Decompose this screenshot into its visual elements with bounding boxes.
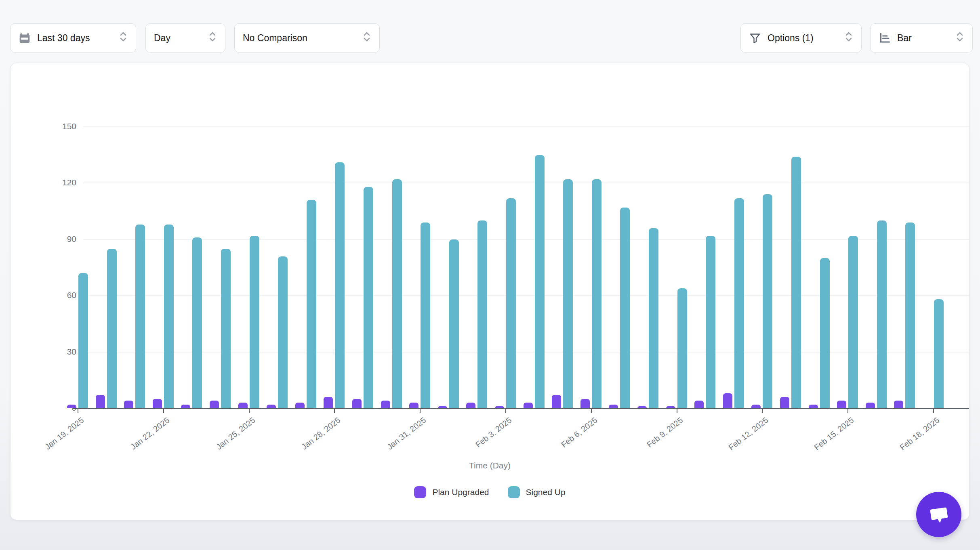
x-axis-tick-label: Jan 28, 2025 bbox=[300, 416, 342, 451]
chart-card: 0306090120150Jan 19, 2025Jan 22, 2025Jan… bbox=[10, 63, 969, 520]
options-dropdown[interactable]: Options (1) bbox=[740, 23, 862, 52]
bar-signed-up[interactable] bbox=[107, 249, 117, 408]
calendar-icon bbox=[19, 32, 31, 44]
gridline bbox=[83, 126, 969, 127]
bar-plan-upgraded[interactable] bbox=[324, 397, 333, 408]
bar-signed-up[interactable] bbox=[535, 155, 545, 408]
x-axis-tick-label: Feb 15, 2025 bbox=[812, 416, 856, 452]
bar-signed-up[interactable] bbox=[848, 236, 858, 408]
legend-item-plan-upgraded[interactable]: Plan Upgraded bbox=[414, 486, 489, 498]
x-axis-tick bbox=[163, 409, 164, 413]
bar-signed-up[interactable] bbox=[192, 237, 202, 408]
bar-signed-up[interactable] bbox=[677, 288, 687, 408]
bar-signed-up[interactable] bbox=[250, 236, 259, 408]
bar-plan-upgraded[interactable] bbox=[780, 397, 789, 408]
legend-item-signed-up[interactable]: Signed Up bbox=[508, 486, 566, 498]
bar-signed-up[interactable] bbox=[934, 299, 944, 408]
x-axis-tick-label: Jan 19, 2025 bbox=[43, 416, 86, 451]
y-axis-tick-label: 150 bbox=[40, 122, 76, 131]
bar-plan-upgraded[interactable] bbox=[466, 403, 475, 408]
bar-plan-upgraded[interactable] bbox=[124, 401, 133, 408]
interval-label: Day bbox=[154, 33, 170, 44]
bar-signed-up[interactable] bbox=[563, 179, 573, 408]
bar-plan-upgraded[interactable] bbox=[409, 403, 418, 408]
bar-chart: 0306090120150Jan 19, 2025Jan 22, 2025Jan… bbox=[11, 63, 969, 520]
chart-type-dropdown[interactable]: Bar bbox=[870, 23, 973, 52]
bar-plan-upgraded[interactable] bbox=[295, 403, 305, 408]
bar-signed-up[interactable] bbox=[392, 179, 402, 408]
bar-plan-upgraded[interactable] bbox=[153, 399, 162, 408]
chat-bubble-icon bbox=[926, 502, 951, 527]
bar-signed-up[interactable] bbox=[506, 198, 516, 408]
chart-type-label: Bar bbox=[897, 33, 912, 44]
bar-signed-up[interactable] bbox=[706, 236, 715, 408]
x-axis-tick-label: Feb 3, 2025 bbox=[474, 416, 513, 449]
gridline bbox=[83, 239, 969, 240]
bar-signed-up[interactable] bbox=[135, 225, 145, 408]
legend-swatch-signed-up bbox=[508, 486, 520, 498]
x-axis-tick bbox=[78, 409, 78, 413]
bar-chart-icon bbox=[879, 32, 891, 44]
bar-signed-up[interactable] bbox=[335, 162, 345, 408]
bar-plan-upgraded[interactable] bbox=[866, 403, 875, 408]
bar-plan-upgraded[interactable] bbox=[210, 401, 219, 408]
comparison-dropdown[interactable]: No Comparison bbox=[234, 23, 380, 52]
bar-plan-upgraded[interactable] bbox=[580, 399, 590, 408]
bar-plan-upgraded[interactable] bbox=[96, 395, 105, 408]
bar-signed-up[interactable] bbox=[734, 198, 744, 408]
bar-plan-upgraded[interactable] bbox=[524, 403, 533, 408]
bar-signed-up[interactable] bbox=[78, 273, 88, 408]
legend-label-signed-up: Signed Up bbox=[526, 487, 566, 497]
chevron-up-down-icon bbox=[844, 31, 853, 45]
bar-signed-up[interactable] bbox=[649, 228, 658, 408]
bar-signed-up[interactable] bbox=[307, 200, 316, 408]
bar-plan-upgraded[interactable] bbox=[837, 401, 846, 408]
bar-plan-upgraded[interactable] bbox=[552, 395, 561, 408]
interval-dropdown[interactable]: Day bbox=[145, 23, 225, 52]
bar-signed-up[interactable] bbox=[620, 208, 630, 408]
x-axis-tick bbox=[505, 409, 506, 413]
chart-legend: Plan Upgraded Signed Up bbox=[11, 486, 969, 498]
y-axis-tick-label: 60 bbox=[40, 290, 76, 300]
bar-plan-upgraded[interactable] bbox=[352, 399, 362, 408]
x-axis-tick-label: Jan 31, 2025 bbox=[385, 416, 428, 451]
x-axis-line bbox=[73, 408, 969, 409]
chevron-up-down-icon bbox=[362, 31, 371, 45]
bar-signed-up[interactable] bbox=[477, 220, 487, 408]
x-axis-tick bbox=[848, 409, 848, 413]
date-range-label: Last 30 days bbox=[37, 33, 90, 44]
x-axis-tick bbox=[933, 409, 934, 413]
chat-launcher-button[interactable] bbox=[916, 492, 961, 537]
comparison-label: No Comparison bbox=[243, 33, 307, 44]
x-axis-tick bbox=[762, 409, 763, 413]
legend-label-plan-upgraded: Plan Upgraded bbox=[432, 487, 489, 497]
y-axis-tick-label: 120 bbox=[40, 178, 76, 187]
bar-plan-upgraded[interactable] bbox=[238, 403, 248, 408]
bar-plan-upgraded[interactable] bbox=[723, 393, 732, 408]
x-axis-tick-label: Jan 25, 2025 bbox=[214, 416, 257, 451]
x-axis-tick bbox=[677, 409, 677, 413]
bar-signed-up[interactable] bbox=[763, 194, 772, 408]
y-axis-tick-label: 90 bbox=[40, 234, 76, 244]
bar-signed-up[interactable] bbox=[278, 256, 288, 408]
bar-signed-up[interactable] bbox=[421, 223, 430, 408]
bar-signed-up[interactable] bbox=[164, 225, 174, 408]
y-axis-tick-label: 30 bbox=[40, 347, 76, 357]
bar-plan-upgraded[interactable] bbox=[894, 401, 903, 408]
bar-signed-up[interactable] bbox=[221, 249, 231, 408]
bar-plan-upgraded[interactable] bbox=[694, 401, 704, 408]
date-range-dropdown[interactable]: Last 30 days bbox=[10, 23, 136, 52]
bar-signed-up[interactable] bbox=[905, 223, 915, 408]
x-axis-tick-label: Feb 9, 2025 bbox=[645, 416, 684, 449]
bar-plan-upgraded[interactable] bbox=[381, 401, 390, 408]
bar-signed-up[interactable] bbox=[791, 157, 801, 408]
bar-signed-up[interactable] bbox=[820, 258, 830, 408]
x-axis-tick-label: Feb 18, 2025 bbox=[898, 416, 941, 452]
bar-signed-up[interactable] bbox=[877, 220, 887, 408]
bar-signed-up[interactable] bbox=[364, 187, 373, 408]
bar-signed-up[interactable] bbox=[592, 179, 601, 408]
bar-signed-up[interactable] bbox=[449, 239, 459, 408]
x-axis-tick-label: Feb 6, 2025 bbox=[559, 416, 599, 449]
legend-swatch-plan-upgraded bbox=[414, 486, 426, 498]
x-axis-tick bbox=[334, 409, 335, 413]
